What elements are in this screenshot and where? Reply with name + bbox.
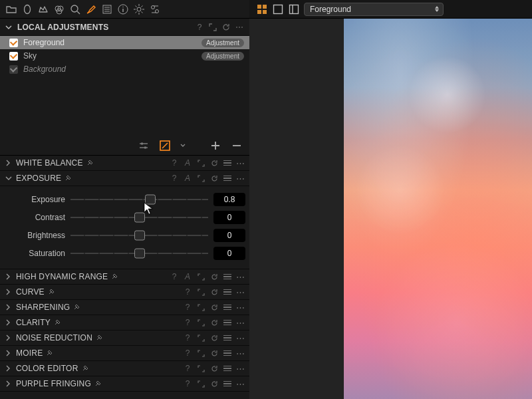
pin-icon[interactable] (65, 175, 72, 182)
layer-selector[interactable]: Foreground (304, 3, 444, 16)
expand-icon[interactable] (196, 158, 205, 168)
more-icon[interactable]: ⋯ (236, 287, 245, 297)
capture-icon[interactable] (21, 3, 33, 15)
reset-icon[interactable] (209, 333, 219, 342)
preset-icon[interactable] (223, 364, 232, 373)
layer-item-foreground[interactable]: Foreground Adjustment (0, 36, 249, 49)
reset-icon[interactable] (209, 174, 219, 183)
pin-icon[interactable] (49, 289, 55, 295)
preset-icon[interactable] (223, 287, 232, 297)
canvas[interactable] (249, 19, 532, 399)
more-icon[interactable]: ⋯ (236, 303, 245, 313)
preset-icon[interactable] (223, 348, 232, 358)
preset-icon[interactable] (223, 379, 232, 388)
param-value[interactable]: 0 (213, 229, 245, 242)
layer-item-sky[interactable]: Sky Adjustment (0, 49, 249, 63)
tool-white-balance[interactable]: WHITE BALANCE ? A ⋯ (0, 156, 249, 171)
reset-icon[interactable] (209, 348, 219, 358)
pin-icon[interactable] (96, 334, 103, 341)
preset-icon[interactable] (223, 318, 232, 327)
tool-curve[interactable]: CURVE?⋯ (0, 285, 249, 300)
auto-icon[interactable]: A (183, 158, 192, 168)
expand-icon[interactable] (196, 333, 205, 342)
more-icon[interactable]: ⋯ (236, 158, 245, 168)
reset-icon[interactable] (209, 379, 219, 388)
auto-icon[interactable]: A (183, 272, 192, 281)
reset-icon[interactable] (209, 318, 219, 327)
tool-moire[interactable]: MOIRE?⋯ (0, 346, 249, 361)
help-icon[interactable]: ? (183, 364, 192, 373)
reset-icon[interactable] (209, 272, 219, 281)
help-icon[interactable]: ? (183, 318, 192, 327)
pin-icon[interactable] (47, 350, 53, 356)
adjustments-icon[interactable] (149, 3, 161, 15)
layer-checkbox[interactable] (9, 52, 18, 61)
single-view-icon[interactable] (272, 3, 284, 15)
more-icon[interactable]: ⋯ (236, 364, 245, 374)
layer-item-background[interactable]: Background (0, 63, 249, 76)
preset-icon[interactable] (223, 158, 232, 168)
layer-checkbox[interactable] (9, 65, 18, 74)
tool-purple-fringing[interactable]: PURPLE FRINGING?⋯ (0, 376, 249, 392)
help-icon[interactable]: ? (183, 333, 192, 342)
brush-icon[interactable] (85, 3, 97, 15)
reset-icon[interactable] (221, 23, 231, 32)
more-icon[interactable]: ⋯ (236, 174, 245, 184)
search-icon[interactable] (69, 3, 81, 15)
expand-icon[interactable] (196, 348, 205, 358)
expand-icon[interactable] (196, 318, 205, 327)
help-icon[interactable]: ? (195, 23, 204, 32)
expand-icon[interactable] (196, 287, 205, 297)
tool-exposure-header[interactable]: EXPOSURE ? A ⋯ (0, 171, 249, 186)
help-icon[interactable]: ? (183, 303, 192, 312)
pin-icon[interactable] (112, 273, 118, 280)
slider-exposure[interactable] (70, 193, 208, 206)
gear-icon[interactable] (133, 3, 145, 15)
reset-icon[interactable] (209, 287, 219, 297)
more-icon[interactable]: ⋯ (236, 379, 245, 389)
tool-sharpening[interactable]: SHARPENING?⋯ (0, 300, 249, 315)
tool-clarity[interactable]: CLARITY?⋯ (0, 315, 249, 331)
local-adjustments-header[interactable]: LOCAL ADJUSTMENTS ? ⋯ (0, 19, 249, 36)
grid-view-icon[interactable] (256, 3, 268, 15)
pin-icon[interactable] (82, 365, 89, 372)
mask-sliders-icon[interactable] (138, 140, 150, 152)
info-icon[interactable] (117, 3, 129, 15)
metadata-icon[interactable] (101, 3, 113, 15)
pin-icon[interactable] (95, 380, 102, 387)
help-icon[interactable]: ? (170, 158, 179, 168)
mask-draw-icon[interactable] (159, 140, 171, 152)
preset-icon[interactable] (223, 272, 232, 281)
pin-icon[interactable] (74, 304, 80, 311)
more-icon[interactable]: ⋯ (236, 318, 245, 328)
preset-icon[interactable] (223, 333, 232, 342)
layer-checkbox[interactable] (9, 39, 18, 47)
reset-icon[interactable] (209, 364, 219, 373)
slider-saturation[interactable] (70, 247, 208, 260)
param-value[interactable]: 0 (213, 211, 245, 224)
param-value[interactable]: 0.8 (213, 193, 245, 206)
color-icon[interactable] (53, 3, 65, 15)
help-icon[interactable]: ? (170, 272, 179, 281)
preset-icon[interactable] (223, 174, 232, 183)
param-value[interactable]: 0 (213, 247, 245, 260)
more-icon[interactable]: ⋯ (236, 333, 245, 343)
slider-contrast[interactable] (70, 211, 208, 224)
reset-icon[interactable] (209, 303, 219, 312)
remove-layer-icon[interactable] (231, 140, 243, 152)
expand-icon[interactable] (208, 23, 217, 32)
expand-icon[interactable] (196, 303, 205, 312)
expand-icon[interactable] (196, 364, 205, 373)
tool-noise-reduction[interactable]: NOISE REDUCTION?⋯ (0, 331, 249, 346)
slider-brightness[interactable] (70, 229, 208, 242)
reset-icon[interactable] (209, 158, 219, 168)
more-icon[interactable]: ⋯ (235, 23, 244, 32)
help-icon[interactable]: ? (183, 348, 192, 358)
pin-icon[interactable] (87, 160, 94, 166)
expand-icon[interactable] (196, 272, 205, 281)
auto-icon[interactable]: A (183, 174, 192, 183)
mask-dropdown-icon[interactable] (180, 140, 186, 152)
more-icon[interactable]: ⋯ (236, 272, 245, 282)
expand-icon[interactable] (196, 174, 205, 183)
preset-icon[interactable] (223, 303, 232, 312)
